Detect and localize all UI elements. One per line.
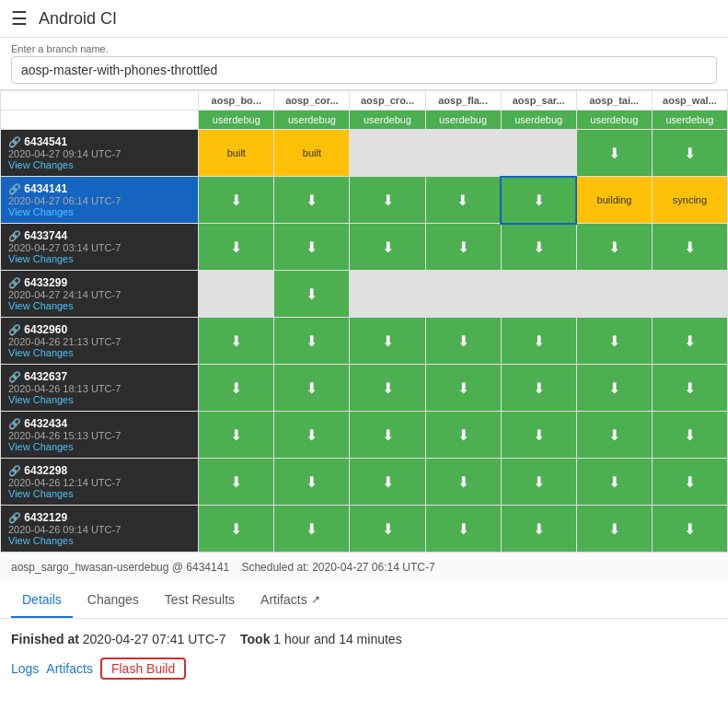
cell-6434141-2[interactable]: ⬇ [350,177,425,224]
cell-6432637-0[interactable]: ⬇ [199,365,274,412]
tab-changes[interactable]: Changes [76,581,150,618]
cell-6434141-1[interactable]: ⬇ [274,177,350,224]
build-id: 🔗 6432129 [8,511,191,524]
cell-6432434-6[interactable]: ⬇ [652,412,727,459]
build-id: 🔗 6432960 [8,323,191,336]
hamburger-icon[interactable]: ☰ [11,7,28,29]
tab-details[interactable]: Details [11,581,73,618]
cell-6432129-5[interactable]: ⬇ [576,506,652,553]
download-icon: ⬇ [457,474,469,490]
cell-6434141-0[interactable]: ⬇ [199,177,274,224]
download-icon: ⬇ [608,521,620,537]
cell-6432298-5[interactable]: ⬇ [576,459,652,506]
cell-6432960-2[interactable]: ⬇ [350,318,425,365]
download-icon: ⬇ [382,380,394,396]
cell-6432960-5[interactable]: ⬇ [576,318,652,365]
row-header-6432637[interactable]: 🔗 6432637 2020-04-26 18:13 UTC-7 View Ch… [1,365,199,412]
cell-6432298-1[interactable]: ⬇ [274,459,350,506]
cell-6434541-4[interactable] [501,130,576,177]
cell-6434141-4[interactable]: ⬇ [501,177,576,224]
cell-6434141-3[interactable]: ⬇ [425,177,501,224]
row-header-6434141[interactable]: 🔗 6434141 2020-04-27 06:14 UTC-7 View Ch… [1,177,199,224]
cell-6434541-5[interactable]: ⬇ [576,130,652,177]
cell-6433744-4[interactable]: ⬇ [501,224,576,271]
cell-6432129-1[interactable]: ⬇ [274,506,350,553]
cell-6433744-1[interactable]: ⬇ [274,224,350,271]
logs-link[interactable]: Logs [11,661,39,676]
cell-6433299-1[interactable]: ⬇ [274,271,350,318]
cell-6433744-2[interactable]: ⬇ [350,224,425,271]
row-header-6434541[interactable]: 🔗 6434541 2020-04-27 09:14 UTC-7 View Ch… [1,130,199,177]
cell-6432298-3[interactable]: ⬇ [425,459,501,506]
cell-6434541-2[interactable] [350,130,425,177]
cell-6432434-4[interactable]: ⬇ [501,412,576,459]
cell-6433299-5[interactable] [576,271,652,318]
cell-6434541-1[interactable]: built [274,130,350,177]
cell-6432129-4[interactable]: ⬇ [501,506,576,553]
row-header-6432298[interactable]: 🔗 6432298 2020-04-26 12:14 UTC-7 View Ch… [1,459,199,506]
tab-test-results[interactable]: Test Results [154,581,246,618]
download-icon: ⬇ [533,333,545,349]
download-icon: ⬇ [608,380,620,396]
cell-6432960-6[interactable]: ⬇ [652,318,727,365]
cell-6433299-2[interactable] [350,271,425,318]
cell-6432637-1[interactable]: ⬇ [274,365,350,412]
branch-input[interactable] [11,56,717,84]
cell-6432960-4[interactable]: ⬇ [501,318,576,365]
cell-6433299-0[interactable] [199,271,274,318]
cell-6432637-4[interactable]: ⬇ [501,365,576,412]
cell-6432129-3[interactable]: ⬇ [425,506,501,553]
cell-6432434-5[interactable]: ⬇ [576,412,652,459]
cell-6434541-6[interactable]: ⬇ [652,130,727,177]
cell-6432637-3[interactable]: ⬇ [425,365,501,412]
cell-6433299-4[interactable] [501,271,576,318]
cell-6432298-6[interactable]: ⬇ [652,459,727,506]
cell-6434541-0[interactable]: built [199,130,274,177]
cell-6432434-0[interactable]: ⬇ [199,412,274,459]
cell-6434541-3[interactable] [425,130,501,177]
cell-6432960-3[interactable]: ⬇ [425,318,501,365]
download-icon: ⬇ [230,521,242,537]
cell-6432960-0[interactable]: ⬇ [199,318,274,365]
cell-6434141-5[interactable]: building [576,177,652,224]
row-header-6432434[interactable]: 🔗 6432434 2020-04-26 15:13 UTC-7 View Ch… [1,412,199,459]
cell-6432434-2[interactable]: ⬇ [350,412,425,459]
cell-6433744-3[interactable]: ⬇ [425,224,501,271]
tab-artifacts[interactable]: Artifacts ↗ [249,581,331,618]
row-header-6433299[interactable]: 🔗 6433299 2020-04-27 24:14 UTC-7 View Ch… [1,271,199,318]
cell-6432129-2[interactable]: ⬇ [350,506,425,553]
cell-6432960-1[interactable]: ⬇ [274,318,350,365]
info-build-id: 6434141 [186,561,229,574]
col-sub-aosp_tai: userdebug [576,111,652,130]
row-header-6433744[interactable]: 🔗 6433744 2020-04-27 03:14 UTC-7 View Ch… [1,224,199,271]
cell-6433744-5[interactable]: ⬇ [576,224,652,271]
cell-6432434-3[interactable]: ⬇ [425,412,501,459]
cell-6432637-6[interactable]: ⬇ [652,365,727,412]
cell-6432298-2[interactable]: ⬇ [350,459,425,506]
row-header-6432960[interactable]: 🔗 6432960 2020-04-26 21:13 UTC-7 View Ch… [1,318,199,365]
cell-6432298-0[interactable]: ⬇ [199,459,274,506]
flash-build-button[interactable]: Flash Build [100,658,186,680]
download-icon: ⬇ [382,239,394,255]
cell-6434141-6[interactable]: syncing [652,177,727,224]
download-icon: ⬇ [382,333,394,349]
cell-6432298-4[interactable]: ⬇ [501,459,576,506]
cell-6433299-3[interactable] [425,271,501,318]
artifacts-link[interactable]: Artifacts [46,661,93,676]
download-icon: ⬇ [230,474,242,490]
table-row: 🔗 6433299 2020-04-27 24:14 UTC-7 View Ch… [1,271,728,318]
table-row: 🔗 6432960 2020-04-26 21:13 UTC-7 View Ch… [1,318,728,365]
col-header-aosp_wal: aosp_wal... [652,91,727,111]
cell-6432434-1[interactable]: ⬇ [274,412,350,459]
row-header-6432129[interactable]: 🔗 6432129 2020-04-26 09:14 UTC-7 View Ch… [1,506,199,553]
cell-6432129-0[interactable]: ⬇ [199,506,274,553]
cell-6432129-6[interactable]: ⬇ [652,506,727,553]
col-header-aosp_bo: aosp_bo... [199,91,274,111]
cell-6433299-6[interactable] [652,271,727,318]
branch-bar: Enter a branch name. [0,38,728,90]
cell-6433744-6[interactable]: ⬇ [652,224,727,271]
cell-6432637-2[interactable]: ⬇ [350,365,425,412]
download-icon: ⬇ [306,521,318,537]
cell-6432637-5[interactable]: ⬇ [576,365,652,412]
cell-6433744-0[interactable]: ⬇ [199,224,274,271]
